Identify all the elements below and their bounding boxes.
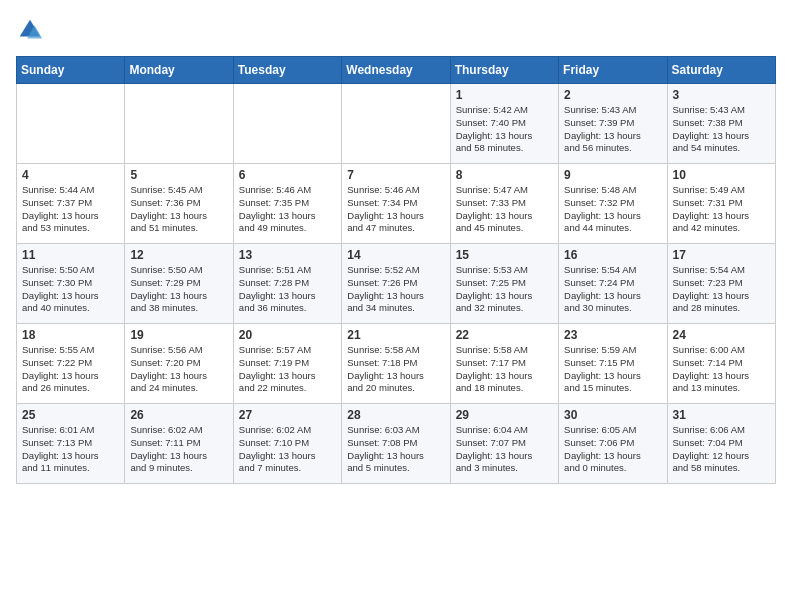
day-number: 19 (130, 328, 227, 342)
day-number: 23 (564, 328, 661, 342)
day-info: Sunrise: 5:50 AM Sunset: 7:30 PM Dayligh… (22, 264, 119, 315)
day-cell: 19Sunrise: 5:56 AM Sunset: 7:20 PM Dayli… (125, 324, 233, 404)
day-number: 5 (130, 168, 227, 182)
day-cell: 12Sunrise: 5:50 AM Sunset: 7:29 PM Dayli… (125, 244, 233, 324)
day-info: Sunrise: 5:48 AM Sunset: 7:32 PM Dayligh… (564, 184, 661, 235)
day-cell (342, 84, 450, 164)
week-row-1: 4Sunrise: 5:44 AM Sunset: 7:37 PM Daylig… (17, 164, 776, 244)
day-cell (125, 84, 233, 164)
day-cell: 30Sunrise: 6:05 AM Sunset: 7:06 PM Dayli… (559, 404, 667, 484)
day-number: 12 (130, 248, 227, 262)
day-cell: 31Sunrise: 6:06 AM Sunset: 7:04 PM Dayli… (667, 404, 775, 484)
day-number: 9 (564, 168, 661, 182)
day-info: Sunrise: 5:46 AM Sunset: 7:34 PM Dayligh… (347, 184, 444, 235)
day-info: Sunrise: 5:49 AM Sunset: 7:31 PM Dayligh… (673, 184, 770, 235)
day-info: Sunrise: 5:51 AM Sunset: 7:28 PM Dayligh… (239, 264, 336, 315)
day-cell: 14Sunrise: 5:52 AM Sunset: 7:26 PM Dayli… (342, 244, 450, 324)
day-cell: 28Sunrise: 6:03 AM Sunset: 7:08 PM Dayli… (342, 404, 450, 484)
day-info: Sunrise: 6:03 AM Sunset: 7:08 PM Dayligh… (347, 424, 444, 475)
day-info: Sunrise: 6:02 AM Sunset: 7:11 PM Dayligh… (130, 424, 227, 475)
day-cell: 7Sunrise: 5:46 AM Sunset: 7:34 PM Daylig… (342, 164, 450, 244)
day-info: Sunrise: 6:00 AM Sunset: 7:14 PM Dayligh… (673, 344, 770, 395)
day-cell: 20Sunrise: 5:57 AM Sunset: 7:19 PM Dayli… (233, 324, 341, 404)
day-number: 26 (130, 408, 227, 422)
day-info: Sunrise: 5:47 AM Sunset: 7:33 PM Dayligh… (456, 184, 553, 235)
day-cell: 4Sunrise: 5:44 AM Sunset: 7:37 PM Daylig… (17, 164, 125, 244)
day-cell: 23Sunrise: 5:59 AM Sunset: 7:15 PM Dayli… (559, 324, 667, 404)
day-cell: 13Sunrise: 5:51 AM Sunset: 7:28 PM Dayli… (233, 244, 341, 324)
day-info: Sunrise: 6:01 AM Sunset: 7:13 PM Dayligh… (22, 424, 119, 475)
day-number: 6 (239, 168, 336, 182)
day-cell: 8Sunrise: 5:47 AM Sunset: 7:33 PM Daylig… (450, 164, 558, 244)
day-info: Sunrise: 5:43 AM Sunset: 7:39 PM Dayligh… (564, 104, 661, 155)
week-row-3: 18Sunrise: 5:55 AM Sunset: 7:22 PM Dayli… (17, 324, 776, 404)
day-number: 7 (347, 168, 444, 182)
day-info: Sunrise: 5:58 AM Sunset: 7:18 PM Dayligh… (347, 344, 444, 395)
day-number: 25 (22, 408, 119, 422)
day-cell: 24Sunrise: 6:00 AM Sunset: 7:14 PM Dayli… (667, 324, 775, 404)
day-info: Sunrise: 5:43 AM Sunset: 7:38 PM Dayligh… (673, 104, 770, 155)
day-cell: 9Sunrise: 5:48 AM Sunset: 7:32 PM Daylig… (559, 164, 667, 244)
day-number: 8 (456, 168, 553, 182)
day-number: 27 (239, 408, 336, 422)
col-header-thursday: Thursday (450, 57, 558, 84)
day-cell: 11Sunrise: 5:50 AM Sunset: 7:30 PM Dayli… (17, 244, 125, 324)
day-number: 15 (456, 248, 553, 262)
day-info: Sunrise: 5:54 AM Sunset: 7:24 PM Dayligh… (564, 264, 661, 315)
col-header-monday: Monday (125, 57, 233, 84)
col-header-sunday: Sunday (17, 57, 125, 84)
day-cell: 1Sunrise: 5:42 AM Sunset: 7:40 PM Daylig… (450, 84, 558, 164)
col-header-wednesday: Wednesday (342, 57, 450, 84)
day-info: Sunrise: 6:04 AM Sunset: 7:07 PM Dayligh… (456, 424, 553, 475)
day-cell: 16Sunrise: 5:54 AM Sunset: 7:24 PM Dayli… (559, 244, 667, 324)
day-cell (17, 84, 125, 164)
day-number: 18 (22, 328, 119, 342)
day-info: Sunrise: 6:06 AM Sunset: 7:04 PM Dayligh… (673, 424, 770, 475)
day-cell: 22Sunrise: 5:58 AM Sunset: 7:17 PM Dayli… (450, 324, 558, 404)
day-cell: 10Sunrise: 5:49 AM Sunset: 7:31 PM Dayli… (667, 164, 775, 244)
day-number: 16 (564, 248, 661, 262)
logo (16, 16, 48, 44)
day-number: 20 (239, 328, 336, 342)
day-info: Sunrise: 5:59 AM Sunset: 7:15 PM Dayligh… (564, 344, 661, 395)
day-info: Sunrise: 5:56 AM Sunset: 7:20 PM Dayligh… (130, 344, 227, 395)
week-row-0: 1Sunrise: 5:42 AM Sunset: 7:40 PM Daylig… (17, 84, 776, 164)
day-number: 13 (239, 248, 336, 262)
day-info: Sunrise: 5:50 AM Sunset: 7:29 PM Dayligh… (130, 264, 227, 315)
day-cell: 18Sunrise: 5:55 AM Sunset: 7:22 PM Dayli… (17, 324, 125, 404)
calendar-table: SundayMondayTuesdayWednesdayThursdayFrid… (16, 56, 776, 484)
day-number: 21 (347, 328, 444, 342)
day-cell (233, 84, 341, 164)
week-row-2: 11Sunrise: 5:50 AM Sunset: 7:30 PM Dayli… (17, 244, 776, 324)
week-row-4: 25Sunrise: 6:01 AM Sunset: 7:13 PM Dayli… (17, 404, 776, 484)
day-number: 10 (673, 168, 770, 182)
day-cell: 25Sunrise: 6:01 AM Sunset: 7:13 PM Dayli… (17, 404, 125, 484)
header-row: SundayMondayTuesdayWednesdayThursdayFrid… (17, 57, 776, 84)
logo-icon (16, 16, 44, 44)
day-cell: 15Sunrise: 5:53 AM Sunset: 7:25 PM Dayli… (450, 244, 558, 324)
day-number: 17 (673, 248, 770, 262)
day-number: 2 (564, 88, 661, 102)
day-number: 30 (564, 408, 661, 422)
day-number: 3 (673, 88, 770, 102)
day-cell: 6Sunrise: 5:46 AM Sunset: 7:35 PM Daylig… (233, 164, 341, 244)
day-info: Sunrise: 6:05 AM Sunset: 7:06 PM Dayligh… (564, 424, 661, 475)
day-number: 1 (456, 88, 553, 102)
day-info: Sunrise: 5:44 AM Sunset: 7:37 PM Dayligh… (22, 184, 119, 235)
day-number: 22 (456, 328, 553, 342)
page-header (16, 16, 776, 44)
day-info: Sunrise: 5:52 AM Sunset: 7:26 PM Dayligh… (347, 264, 444, 315)
col-header-friday: Friday (559, 57, 667, 84)
day-number: 14 (347, 248, 444, 262)
day-info: Sunrise: 5:42 AM Sunset: 7:40 PM Dayligh… (456, 104, 553, 155)
day-info: Sunrise: 5:55 AM Sunset: 7:22 PM Dayligh… (22, 344, 119, 395)
day-cell: 27Sunrise: 6:02 AM Sunset: 7:10 PM Dayli… (233, 404, 341, 484)
day-cell: 3Sunrise: 5:43 AM Sunset: 7:38 PM Daylig… (667, 84, 775, 164)
day-info: Sunrise: 5:54 AM Sunset: 7:23 PM Dayligh… (673, 264, 770, 315)
day-cell: 26Sunrise: 6:02 AM Sunset: 7:11 PM Dayli… (125, 404, 233, 484)
day-cell: 21Sunrise: 5:58 AM Sunset: 7:18 PM Dayli… (342, 324, 450, 404)
day-info: Sunrise: 5:45 AM Sunset: 7:36 PM Dayligh… (130, 184, 227, 235)
day-info: Sunrise: 5:58 AM Sunset: 7:17 PM Dayligh… (456, 344, 553, 395)
day-info: Sunrise: 5:57 AM Sunset: 7:19 PM Dayligh… (239, 344, 336, 395)
day-cell: 5Sunrise: 5:45 AM Sunset: 7:36 PM Daylig… (125, 164, 233, 244)
